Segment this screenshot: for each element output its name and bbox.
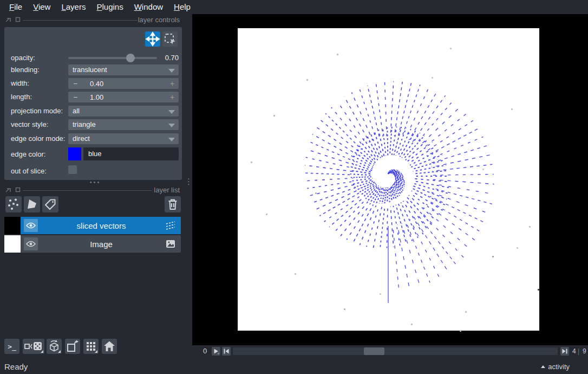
layer-visibility-button[interactable] (24, 237, 38, 250)
new-points-layer-button[interactable] (5, 196, 22, 212)
image-noise-speck (460, 330, 461, 332)
console-icon: >_ (8, 343, 16, 351)
layer-row-sliced-vectors[interactable]: sliced vectors (4, 217, 181, 234)
projection-mode-value: all (73, 107, 80, 115)
float-panel-icon[interactable] (5, 187, 11, 192)
panel-resize-handle[interactable]: ••• (84, 179, 106, 185)
skip-to-start-button[interactable] (222, 347, 231, 356)
opacity-slider[interactable] (68, 57, 157, 59)
activity-button[interactable]: activity (541, 363, 570, 371)
image-noise-speck (411, 324, 413, 325)
chevron-up-icon (541, 365, 545, 368)
current-frame: 4 (572, 347, 576, 355)
new-labels-layer-button[interactable] (42, 196, 58, 212)
console-button[interactable]: >_ (4, 339, 19, 354)
out-of-slice-checkbox[interactable] (68, 165, 77, 174)
image-noise-speck (482, 169, 484, 170)
image-noise-speck (511, 108, 513, 110)
menu-plugins[interactable]: Plugins (92, 1, 128, 12)
length-spinbox[interactable]: − 1.00 + (68, 92, 179, 102)
opacity-row: opacity: 0.70 (4, 52, 182, 64)
pan-zoom-tool-button[interactable] (145, 31, 160, 47)
activity-label: activity (548, 363, 570, 371)
menu-bar: File View Layers Plugins Window Help (0, 0, 588, 13)
ndisplay-2d-3d-toggle-button[interactable] (23, 339, 44, 354)
dock-resize-handle[interactable]: ⋮ (185, 179, 193, 183)
popup-indicator (58, 350, 61, 353)
transform-tool-button[interactable] (162, 31, 178, 47)
hide-panel-icon[interactable] (15, 187, 21, 192)
image-noise-speck (337, 54, 338, 55)
opacity-value: 0.70 (165, 54, 179, 62)
width-value[interactable]: 0.40 (82, 80, 166, 88)
length-value[interactable]: 1.00 (82, 93, 166, 101)
total-frames: 9 (583, 347, 586, 355)
transpose-dimensions-button[interactable] (65, 339, 80, 354)
width-spinbox[interactable]: − 0.40 + (68, 78, 179, 89)
play-icon (213, 348, 219, 354)
shapes-icon (24, 196, 40, 212)
image-noise-speck (266, 214, 267, 215)
opacity-slider-handle[interactable] (126, 54, 135, 62)
length-row: length: − 1.00 + (4, 91, 182, 103)
chevron-down-icon (168, 69, 175, 73)
layer-name[interactable]: Image (38, 240, 165, 249)
skip-to-end-button[interactable] (560, 347, 569, 356)
play-button[interactable] (212, 347, 220, 356)
menu-help[interactable]: Help (169, 1, 195, 12)
blending-dropdown[interactable]: translucent (68, 65, 179, 75)
hide-panel-icon[interactable] (15, 17, 21, 22)
skip-end-icon (561, 348, 568, 354)
new-shapes-layer-button[interactable] (24, 196, 40, 212)
blending-row: blending: translucent (4, 64, 182, 76)
dimension-slider-handle[interactable] (364, 347, 384, 355)
sliced-vectors-spiral (238, 28, 539, 331)
menu-view[interactable]: View (28, 1, 55, 12)
out-of-slice-label: out of slice: (11, 167, 47, 175)
menu-file[interactable]: File (4, 1, 27, 12)
home-reset-view-button[interactable] (102, 339, 117, 354)
length-increment-button[interactable]: + (166, 93, 179, 101)
dimension-slider-track[interactable] (233, 347, 558, 355)
menu-layers[interactable]: Layers (56, 1, 90, 12)
edge-color-input[interactable]: blue (83, 147, 179, 160)
image-noise-speck (315, 192, 317, 194)
length-label: length: (11, 93, 32, 101)
width-decrement-button[interactable]: − (68, 79, 82, 88)
transpose-icon (65, 339, 80, 354)
blending-label: blending: (11, 66, 40, 74)
vector-style-row: vector style: triangle (4, 119, 182, 131)
image-noise-speck (517, 247, 518, 249)
roll-dimensions-button[interactable] (47, 339, 62, 354)
header-divider (23, 20, 138, 21)
image-noise-speck (538, 289, 539, 291)
image-noise-speck (432, 77, 433, 79)
vector-style-dropdown[interactable]: triangle (68, 119, 179, 130)
layer-thumbnail (4, 217, 21, 234)
layer-name[interactable]: sliced vectors (38, 221, 165, 230)
delete-layer-button[interactable] (165, 196, 181, 212)
menu-window[interactable]: Window (129, 1, 168, 12)
edge-color-mode-dropdown[interactable]: direct (68, 133, 179, 144)
edge-color-mode-row: edge color mode: direct (4, 133, 182, 145)
layer-controls-panel: opacity: 0.70 blending: translucent widt… (4, 27, 182, 180)
layer-visibility-button[interactable] (24, 219, 38, 232)
frame-separator: | (578, 347, 579, 355)
eye-icon (26, 241, 36, 247)
status-bar: Ready activity (0, 359, 588, 374)
layer-row-image[interactable]: Image (4, 235, 181, 253)
skip-start-icon (223, 348, 230, 354)
projection-mode-dropdown[interactable]: all (68, 106, 179, 117)
image-noise-speck (306, 79, 308, 81)
chevron-down-icon (168, 138, 175, 141)
width-increment-button[interactable]: + (166, 79, 179, 88)
projection-mode-row: projection mode: all (4, 105, 182, 117)
edge-color-swatch[interactable] (68, 147, 81, 160)
edge-color-row: edge color: blue (4, 149, 182, 160)
float-panel-icon[interactable] (5, 17, 11, 22)
grid-view-button[interactable] (83, 339, 99, 354)
chevron-down-icon (168, 124, 175, 127)
length-decrement-button[interactable]: − (68, 93, 82, 101)
viewer-canvas[interactable] (192, 14, 588, 345)
dimension-slider-row: 0 4 | 9 (192, 345, 588, 357)
